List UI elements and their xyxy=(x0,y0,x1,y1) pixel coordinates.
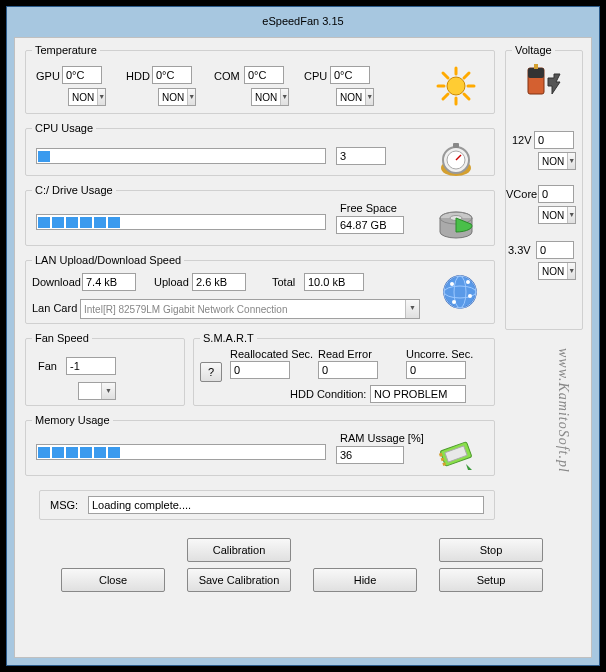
window-title: eSpeedFan 3.15 xyxy=(262,15,343,27)
close-button[interactable]: Close xyxy=(61,568,165,592)
hdd-mode-select[interactable]: NON▼ xyxy=(158,88,196,106)
voltage-group: Voltage 12V NON▼ VCore NON▼ 3.3V NON▼ xyxy=(505,44,583,330)
svg-point-24 xyxy=(452,300,456,304)
drive-icon xyxy=(436,204,476,244)
setup-button[interactable]: Setup xyxy=(439,568,543,592)
total-label: Total xyxy=(272,276,295,288)
chevron-down-icon: ▼ xyxy=(101,383,115,399)
lan-card-label: Lan Card xyxy=(32,302,77,314)
cpu-label: CPU xyxy=(304,70,327,82)
stopwatch-icon xyxy=(436,138,476,178)
cpu-usage-legend: CPU Usage xyxy=(32,122,96,134)
chevron-down-icon: ▼ xyxy=(567,207,575,223)
download-value[interactable] xyxy=(82,273,136,291)
gpu-value[interactable] xyxy=(62,66,102,84)
download-label: Download xyxy=(32,276,81,288)
upload-label: Upload xyxy=(154,276,189,288)
svg-point-21 xyxy=(450,282,454,286)
stop-button[interactable]: Stop xyxy=(439,538,543,562)
drive-usage-group: C:/ Drive Usage Free Space xyxy=(25,184,495,246)
ram-label: RAM Ussage [%] xyxy=(340,432,424,444)
free-space-value[interactable] xyxy=(336,216,404,234)
battery-plug-icon xyxy=(522,62,566,102)
svg-rect-31 xyxy=(528,68,544,78)
cpu-mode-select[interactable]: NON▼ xyxy=(336,88,374,106)
uncorr-label: Uncorre. Sec. xyxy=(406,348,473,360)
v33-mode-select[interactable]: NON▼ xyxy=(538,262,576,280)
temperature-legend: Temperature xyxy=(32,44,100,56)
com-label: COM xyxy=(214,70,240,82)
lan-group: LAN Upload/Download Speed Download Uploa… xyxy=(25,254,495,324)
fan-speed-group: Fan Speed Fan ▼ xyxy=(25,332,185,406)
smart-group: S.M.A.R.T Reallocated Sec. Read Error Un… xyxy=(193,332,495,406)
smart-help-button[interactable]: ? xyxy=(200,362,222,382)
chevron-down-icon: ▼ xyxy=(567,263,575,279)
ram-value[interactable] xyxy=(336,446,404,464)
save-calibration-button[interactable]: Save Calibration xyxy=(187,568,291,592)
drive-usage-bar xyxy=(36,214,326,230)
chevron-down-icon: ▼ xyxy=(365,89,373,105)
v33-label: 3.3V xyxy=(508,244,531,256)
chevron-down-icon: ▼ xyxy=(567,153,575,169)
com-value[interactable] xyxy=(244,66,284,84)
temperature-group: Temperature GPU NON▼ HDD NON▼ COM NON▼ C… xyxy=(25,44,495,114)
upload-value[interactable] xyxy=(192,273,246,291)
svg-rect-13 xyxy=(453,143,459,148)
memory-legend: Memory Usage xyxy=(32,414,113,426)
fan-speed-legend: Fan Speed xyxy=(32,332,92,344)
cpu-usage-group: CPU Usage xyxy=(25,122,495,176)
v33-value[interactable] xyxy=(536,241,574,259)
gpu-label: GPU xyxy=(36,70,60,82)
cpu-usage-bar xyxy=(36,148,326,164)
hide-button[interactable]: Hide xyxy=(313,568,417,592)
com-mode-select[interactable]: NON▼ xyxy=(251,88,289,106)
svg-point-0 xyxy=(447,77,465,95)
fan-label: Fan xyxy=(38,360,57,372)
svg-line-6 xyxy=(464,94,469,99)
chevron-down-icon: ▼ xyxy=(280,89,288,105)
uncorr-value[interactable] xyxy=(406,361,466,379)
condition-label: HDD Condition: xyxy=(290,388,366,400)
hdd-value[interactable] xyxy=(152,66,192,84)
voltage-legend: Voltage xyxy=(512,44,555,56)
lan-card-select[interactable]: Intel[R] 82579LM Gigabit Network Connect… xyxy=(80,299,420,319)
sun-icon xyxy=(434,64,478,108)
realloc-label: Reallocated Sec. xyxy=(230,348,313,360)
msg-label: MSG: xyxy=(50,499,78,511)
realloc-value[interactable] xyxy=(230,361,290,379)
v12-value[interactable] xyxy=(534,131,574,149)
svg-point-22 xyxy=(466,280,470,284)
svg-rect-32 xyxy=(534,64,538,69)
vcore-mode-select[interactable]: NON▼ xyxy=(538,206,576,224)
bar-segment xyxy=(38,151,50,162)
network-globe-icon xyxy=(440,272,480,312)
branding-text: www.KamitoSoft.pl xyxy=(555,348,571,473)
hdd-label: HDD xyxy=(126,70,150,82)
titlebar[interactable]: eSpeedFan 3.15 xyxy=(7,7,599,35)
svg-line-8 xyxy=(464,73,469,78)
cpu-usage-value[interactable] xyxy=(336,147,386,165)
v12-label: 12V xyxy=(512,134,532,146)
total-value[interactable] xyxy=(304,273,364,291)
read-error-value[interactable] xyxy=(318,361,378,379)
msg-group: MSG: xyxy=(39,490,495,520)
vcore-value[interactable] xyxy=(538,185,574,203)
v12-mode-select[interactable]: NON▼ xyxy=(538,152,576,170)
svg-point-23 xyxy=(468,294,472,298)
vcore-label: VCore xyxy=(506,188,537,200)
msg-value[interactable] xyxy=(88,496,484,514)
svg-line-5 xyxy=(443,73,448,78)
condition-value[interactable] xyxy=(370,385,466,403)
cpu-value[interactable] xyxy=(330,66,370,84)
free-space-label: Free Space xyxy=(340,202,397,214)
client-area: Temperature GPU NON▼ HDD NON▼ COM NON▼ C… xyxy=(14,37,592,658)
ram-chip-icon xyxy=(436,434,476,474)
chevron-down-icon: ▼ xyxy=(187,89,195,105)
drive-usage-legend: C:/ Drive Usage xyxy=(32,184,116,196)
chevron-down-icon: ▼ xyxy=(405,300,419,318)
lan-legend: LAN Upload/Download Speed xyxy=(32,254,184,266)
fan-value[interactable] xyxy=(66,357,116,375)
fan-mode-select[interactable]: ▼ xyxy=(78,382,116,400)
calibration-button[interactable]: Calibration xyxy=(187,538,291,562)
gpu-mode-select[interactable]: NON▼ xyxy=(68,88,106,106)
